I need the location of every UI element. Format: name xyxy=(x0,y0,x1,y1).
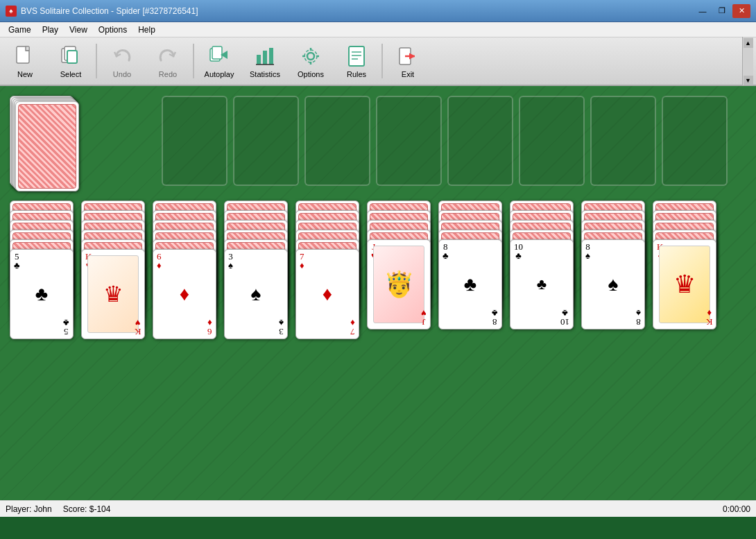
redo-button[interactable]: Redo xyxy=(146,40,190,82)
card-J-hearts[interactable]: J♥ 🤴 J♥ xyxy=(367,239,431,330)
options-button[interactable]: Options xyxy=(289,40,333,82)
svg-rect-5 xyxy=(212,46,222,59)
game-area[interactable]: 5♣ ♣ 5♣ K♥ ♛ K♥ 6♦ ♦ 6♦ xyxy=(0,86,756,500)
menu-options[interactable]: Options xyxy=(93,24,132,36)
card-7-diamonds[interactable]: 7♦ ♦ 7♦ xyxy=(295,249,359,339)
card-3-spades[interactable]: 3♠ ♠ 3♠ xyxy=(224,249,288,339)
svg-rect-9 xyxy=(269,48,273,65)
svg-rect-17 xyxy=(349,46,364,66)
foundation-slot-3 xyxy=(304,96,370,186)
undo-label: Undo xyxy=(113,70,131,78)
autoplay-icon xyxy=(207,44,232,69)
foundation-slot-8 xyxy=(662,96,728,186)
rules-label: Rules xyxy=(347,70,366,78)
exit-label: Exit xyxy=(402,70,414,78)
statistics-button[interactable]: Statistics xyxy=(243,40,287,82)
options-icon xyxy=(298,44,323,69)
svg-point-12 xyxy=(304,50,317,62)
svg-point-11 xyxy=(307,53,314,60)
menubar: Game Play View Options Help xyxy=(0,22,756,37)
rules-icon xyxy=(344,44,369,69)
foundation-slot-6 xyxy=(519,96,585,186)
new-button[interactable]: New xyxy=(3,40,47,82)
svg-rect-8 xyxy=(263,51,267,65)
app-icon: ♠ xyxy=(6,6,17,17)
toolbar: New Select Undo Redo xyxy=(0,37,756,86)
toolbar-scrollbar[interactable]: ▲ ▼ xyxy=(742,37,753,85)
player-score: Score: $-104 xyxy=(63,504,111,514)
select-label: Select xyxy=(60,70,82,78)
statusbar: Player: John Score: $-104 0:00:00 xyxy=(0,500,756,517)
foundation-slot-7 xyxy=(590,96,656,186)
player-name: Player: John xyxy=(6,504,52,514)
svg-rect-7 xyxy=(257,55,261,65)
close-button[interactable]: ✕ xyxy=(732,4,750,18)
restore-button[interactable]: ❐ xyxy=(713,4,731,18)
minimize-button[interactable]: — xyxy=(694,4,712,18)
svg-rect-3 xyxy=(67,51,77,63)
exit-icon xyxy=(395,44,420,69)
toolbar-separator-1 xyxy=(96,44,97,78)
card-8-clubs[interactable]: 8♣ ♣ 8♣ xyxy=(438,239,502,330)
foundation-slot-1 xyxy=(162,96,227,186)
options-label: Options xyxy=(298,70,324,78)
titlebar: ♠ BVS Solitaire Collection - Spider [#32… xyxy=(0,0,756,22)
foundation-slot-2 xyxy=(233,96,299,186)
autoplay-label: Autoplay xyxy=(205,70,234,78)
card-back xyxy=(15,101,79,191)
toolbar-separator-2 xyxy=(193,44,194,78)
redo-label: Redo xyxy=(159,70,177,78)
select-button[interactable]: Select xyxy=(49,40,93,82)
statistics-label: Statistics xyxy=(250,70,280,78)
toolbar-separator-3 xyxy=(381,44,383,78)
exit-button[interactable]: Exit xyxy=(386,40,430,82)
card-6-diamonds[interactable]: 6♦ ♦ 6♦ xyxy=(153,249,216,339)
rules-button[interactable]: Rules xyxy=(334,40,379,82)
card-K-diamonds[interactable]: K♦ ♛ K♦ xyxy=(653,239,716,330)
new-label: New xyxy=(17,70,33,78)
card-5-clubs[interactable]: 5♣ ♣ 5♣ xyxy=(10,249,74,339)
new-icon xyxy=(12,44,37,69)
card-K-hearts[interactable]: K♥ ♛ K♥ xyxy=(81,249,145,339)
stock-pile[interactable] xyxy=(10,96,86,186)
menu-help[interactable]: Help xyxy=(132,24,161,36)
window-title: BVS Solitaire Collection - Spider [#3278… xyxy=(21,6,689,16)
foundation-slot-5 xyxy=(447,96,513,186)
menu-game[interactable]: Game xyxy=(3,24,37,36)
foundation-slot-4 xyxy=(376,96,442,186)
game-time: 0:00:00 xyxy=(723,504,750,514)
undo-icon xyxy=(110,44,135,69)
card-10-clubs[interactable]: 10♣ ♣ 10♣ xyxy=(510,239,574,330)
undo-button[interactable]: Undo xyxy=(100,40,144,82)
select-icon xyxy=(58,44,83,69)
menu-view[interactable]: View xyxy=(64,24,93,36)
statistics-icon xyxy=(252,44,277,69)
menu-play[interactable]: Play xyxy=(37,24,64,36)
autoplay-button[interactable]: Autoplay xyxy=(197,40,241,82)
card-8-spades[interactable]: 8♠ ♠ 8♠ xyxy=(581,239,645,330)
redo-icon xyxy=(155,44,180,69)
window-controls: — ❐ ✕ xyxy=(694,4,750,18)
